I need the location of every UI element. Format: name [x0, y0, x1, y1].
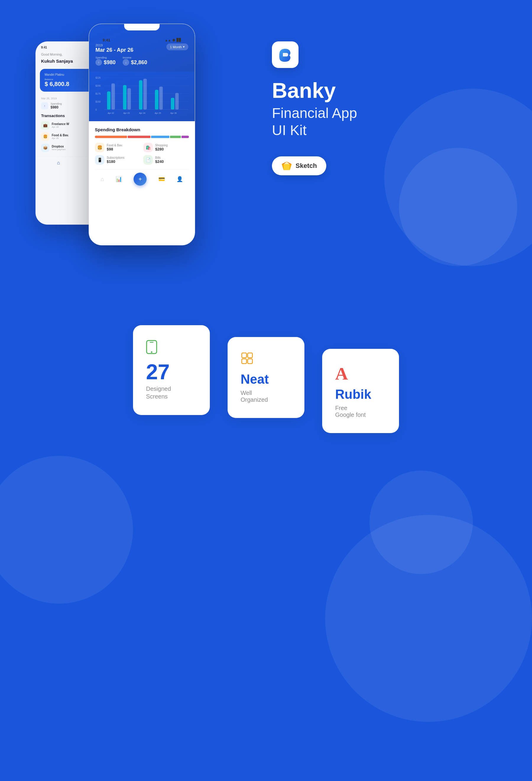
app-icon-wrapper	[272, 41, 298, 68]
svg-text:Apr 25: Apr 25	[155, 112, 161, 114]
phones-area: 9:41 ▲ ◉ ▊ Good Morning, Kukuh Sanjaya M…	[36, 24, 242, 290]
income-arrow: ↓	[123, 59, 129, 66]
front-year: 2019	[95, 43, 133, 47]
back-tx-icon-2: 🍔	[41, 132, 49, 141]
svg-rect-17	[159, 87, 163, 110]
front-stats: Spending ↑ $980 Income ↓ $2,860	[95, 56, 188, 66]
breakdown-item-bills: 📄 Bills $240	[144, 155, 189, 165]
right-content: Banky Financial App UI Kit Sketch	[242, 24, 496, 175]
phone-notch	[124, 24, 160, 31]
layers-icon	[241, 352, 254, 365]
hero-section: 9:41 ▲ ◉ ▊ Good Morning, Kukuh Sanjaya M…	[36, 24, 496, 290]
front-nav-add-button[interactable]: +	[134, 173, 147, 186]
svg-rect-37	[242, 359, 246, 364]
bar-seg-food	[95, 136, 127, 138]
svg-text:$150: $150	[95, 100, 101, 103]
svg-text:Apr 24: Apr 24	[139, 112, 146, 114]
back-tx-icon-3: 📦	[41, 144, 49, 152]
chart-area: $225 $200 $175 $150 0	[89, 72, 195, 121]
front-nav-card[interactable]: 💳	[158, 176, 165, 182]
phone-outline-icon	[146, 340, 157, 354]
shopping-icon: 🛍️	[144, 143, 153, 152]
bar-seg-subscriptions	[151, 136, 169, 138]
font-letter-icon: A	[335, 364, 386, 384]
svg-rect-11	[112, 83, 115, 109]
front-header-top: 2019 Mar 26 - Apr 26 1 Month ▾	[95, 43, 188, 53]
feature-card-neat: Neat Well Organized	[228, 337, 304, 418]
bar-seg-bills	[170, 136, 181, 138]
breakdown-item-shopping: 🛍️ Shopping $280	[144, 143, 189, 152]
front-status-bar: 9:41 ▲▲ ◉ ▊▊	[95, 34, 188, 43]
sketch-label: Sketch	[295, 162, 317, 170]
income-stat: Income ↓ $2,860	[123, 56, 147, 66]
feature-card-screens: 27 Designed Screens	[133, 325, 210, 415]
svg-rect-12	[123, 85, 126, 110]
neat-subtitle: Well Organized	[241, 389, 291, 403]
svg-rect-14	[139, 80, 142, 110]
period-label: 1 Month	[170, 45, 182, 49]
svg-marker-30	[284, 164, 290, 170]
svg-text:Apr 23: Apr 23	[123, 112, 130, 114]
breakdown-item-subscriptions: 📱 Subscriptions $180	[95, 155, 140, 165]
feature-card-font: A Rubik Free Google font	[322, 349, 399, 433]
svg-text:$175: $175	[95, 92, 101, 95]
front-status-time: 9:41	[103, 38, 110, 42]
phone-icon-wrap	[146, 340, 197, 355]
bar-seg-other	[181, 136, 189, 138]
bar-seg-shopping	[128, 136, 151, 138]
bills-icon: 📄	[144, 155, 153, 165]
income-value: $2,860	[131, 59, 147, 66]
front-status-icons: ▲▲ ◉ ▊▊	[165, 38, 181, 42]
front-body: Spending Breakdown 🍔	[89, 121, 195, 190]
svg-rect-19	[175, 93, 179, 110]
svg-text:Apr 22: Apr 22	[108, 112, 114, 114]
svg-rect-18	[171, 98, 174, 110]
front-header: 9:41 ▲▲ ◉ ▊▊ 2019 Mar 26 - Apr 26	[89, 24, 195, 72]
svg-text:$225: $225	[95, 77, 101, 79]
svg-rect-38	[248, 359, 252, 364]
svg-rect-13	[127, 88, 131, 109]
back-tx-icon-1: 💼	[41, 121, 49, 129]
svg-rect-16	[155, 90, 158, 110]
font-name: Rubik	[335, 387, 386, 402]
font-desc: Free Google font	[335, 405, 386, 418]
svg-rect-35	[242, 353, 246, 358]
app-title: Banky	[272, 80, 496, 101]
breakdown-bar	[95, 136, 189, 138]
back-spending-icon: ↑	[41, 102, 48, 109]
front-nav: ⌂ 📊 + 💳 👤	[95, 169, 189, 190]
spending-value: $980	[104, 59, 116, 66]
spending-stat: Spending ↑ $980	[95, 56, 116, 66]
spending-arrow: ↑	[95, 59, 102, 66]
svg-rect-36	[248, 353, 252, 358]
screens-number: 27	[146, 361, 197, 382]
neat-title: Neat	[241, 372, 291, 387]
app-subtitle: Financial App UI Kit	[272, 105, 496, 139]
svg-text:0: 0	[95, 109, 97, 111]
breakdown-grid: 🍔 Food & Bav. $98 🛍️ Shopping $280	[95, 143, 189, 165]
chart-svg: $225 $200 $175 $150 0	[95, 74, 188, 115]
period-selector[interactable]: 1 Month ▾	[166, 43, 188, 50]
breakdown-item-food: 🍔 Food & Bav. $98	[95, 143, 140, 152]
front-nav-profile[interactable]: 👤	[176, 176, 183, 182]
svg-rect-15	[144, 79, 147, 109]
back-nav-home[interactable]: ⌂	[57, 160, 60, 166]
page-wrapper: 9:41 ▲ ◉ ▊ Good Morning, Kukuh Sanjaya M…	[0, 0, 532, 781]
subscriptions-icon: 📱	[95, 155, 104, 165]
front-nav-chart[interactable]: 📊	[116, 176, 122, 182]
svg-text:$200: $200	[95, 85, 101, 87]
period-chevron: ▾	[183, 45, 185, 49]
sketch-icon	[281, 161, 292, 171]
screens-desc: Designed Screens	[146, 385, 197, 400]
features-section: 27 Designed Screens Neat Well Organized	[36, 325, 496, 433]
front-nav-home[interactable]: ⌂	[101, 176, 104, 182]
svg-point-34	[151, 352, 153, 353]
food-icon: 🍔	[95, 143, 104, 152]
layers-icon-wrap	[241, 352, 291, 366]
sketch-badge[interactable]: Sketch	[272, 156, 326, 175]
spending-breakdown-title: Spending Breakdown	[95, 127, 189, 132]
app-icon-svg	[276, 46, 294, 64]
svg-rect-10	[107, 91, 111, 109]
front-date-range: Mar 26 - Apr 26	[95, 47, 133, 53]
back-status-time: 9:41	[41, 46, 47, 49]
